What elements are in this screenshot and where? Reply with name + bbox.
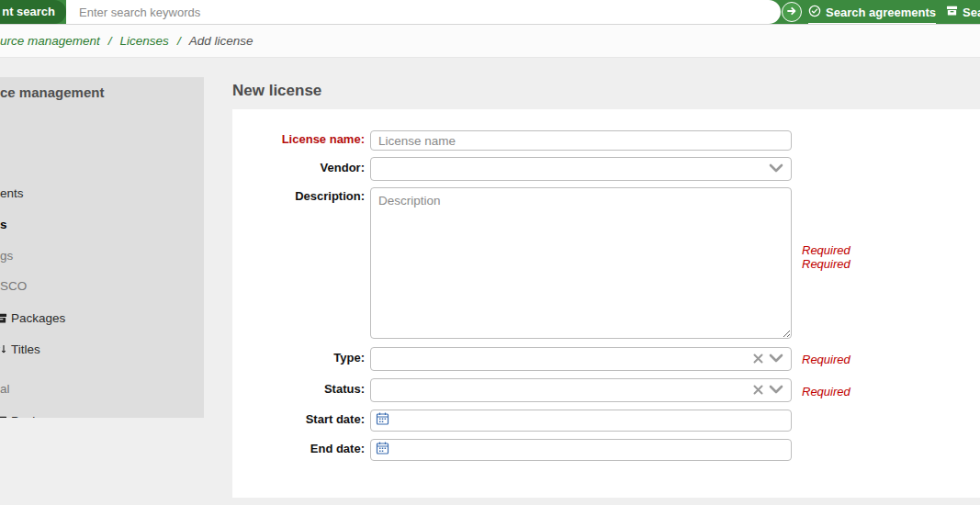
- breadcrumb-link-licenses[interactable]: Licenses: [120, 34, 169, 48]
- status-label: Status:: [232, 382, 365, 396]
- chevron-down-icon: [769, 161, 783, 177]
- type-label: Type:: [232, 351, 365, 365]
- calendar-icon[interactable]: [376, 412, 389, 430]
- sidebar-item-local-packages[interactable]: Packages: [0, 414, 65, 418]
- archive-box-icon: [0, 312, 7, 327]
- end-date-input[interactable]: [370, 439, 792, 461]
- archive-box-icon: [946, 5, 958, 19]
- check-circle-icon: [808, 5, 821, 20]
- clear-icon[interactable]: [753, 351, 763, 367]
- required-badge: Required: [802, 385, 850, 398]
- chevron-down-icon: [769, 382, 783, 398]
- breadcrumb-current: Add license: [189, 34, 253, 48]
- sort-az-icon: AZ: [0, 342, 7, 358]
- start-date-input[interactable]: [370, 410, 792, 432]
- new-license-form: License name: Required Vendor: Descripti…: [232, 109, 980, 498]
- end-date-label: End date:: [232, 442, 365, 455]
- end-date-field: [370, 439, 792, 461]
- arrow-right-icon: [786, 4, 797, 20]
- status-select[interactable]: [370, 378, 792, 402]
- sidebar-item-agreements[interactable]: ents: [0, 186, 24, 200]
- start-date-field: [370, 410, 792, 432]
- breadcrumb-separator: /: [177, 34, 181, 48]
- required-badge: Required: [802, 353, 850, 366]
- sidebar-item-licenses[interactable]: s: [0, 218, 7, 231]
- license-name-input[interactable]: [370, 130, 792, 151]
- search-agreements-label: Search agreements: [826, 6, 936, 19]
- app-window: nt search Search agreements Sea urce man…: [0, 0, 980, 505]
- breadcrumb-separator: /: [108, 34, 112, 48]
- sidebar-item-local: al: [0, 382, 10, 396]
- archive-box-icon: [0, 415, 7, 418]
- search-agreements-link[interactable]: Search agreements: [808, 4, 936, 24]
- clear-icon[interactable]: [753, 382, 763, 398]
- search-submit-button[interactable]: [782, 2, 802, 22]
- license-name-label: License name:: [232, 132, 365, 146]
- sidebar-title: ce management: [0, 84, 104, 100]
- sidebar-item-ebsco: SCO: [0, 279, 27, 293]
- start-date-label: Start date:: [232, 412, 365, 426]
- sidebar-navigation: ce management ents s gs SCO Packages AZ …: [0, 77, 204, 418]
- calendar-icon[interactable]: [376, 442, 389, 459]
- breadcrumb-link-module[interactable]: urce management: [0, 34, 100, 48]
- vendor-select[interactable]: [370, 157, 792, 181]
- search-type-tab[interactable]: nt search: [0, 0, 66, 24]
- page-title: New license: [232, 82, 321, 100]
- search-input[interactable]: [66, 0, 781, 24]
- description-textarea[interactable]: [370, 187, 792, 339]
- top-search-bar: nt search Search agreements Sea: [0, 0, 980, 25]
- vendor-label: Vendor:: [232, 161, 365, 174]
- chevron-down-icon: [769, 351, 783, 367]
- search-packages-label: Sea: [963, 6, 980, 19]
- sidebar-item-ebsco-titles[interactable]: AZ Titles: [0, 342, 40, 358]
- required-badge: Required: [802, 243, 850, 257]
- type-select[interactable]: [370, 347, 792, 371]
- description-label: Description:: [232, 189, 365, 203]
- sidebar-item-eholdings: gs: [0, 249, 13, 263]
- search-packages-link[interactable]: Sea: [946, 4, 980, 20]
- breadcrumb: urce management / Licenses / Add license: [0, 25, 980, 58]
- required-badge: Required: [802, 257, 850, 271]
- sidebar-item-ebsco-packages[interactable]: Packages: [0, 311, 65, 327]
